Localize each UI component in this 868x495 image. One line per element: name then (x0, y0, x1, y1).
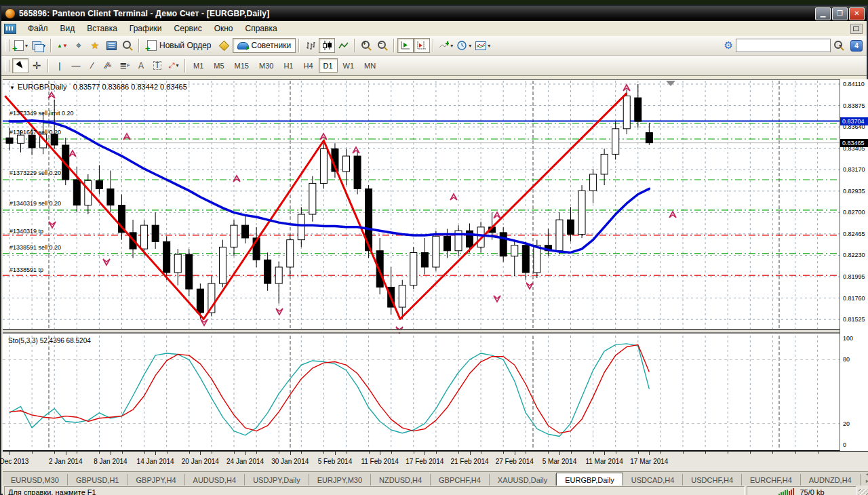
chart-tab-EURCHF,H4[interactable]: EURCHF,H4 (742, 474, 801, 486)
chart-tab-GBPUSD,H1[interactable]: GBPUSD,H1 (68, 474, 128, 486)
notifications-badge[interactable]: 4 (850, 40, 863, 52)
menu-item-Вид[interactable]: Вид (54, 22, 81, 35)
timeframe-D1[interactable]: D1 (319, 58, 338, 73)
timeframe-W1[interactable]: W1 (338, 58, 359, 73)
zoom-out-button[interactable]: − (374, 38, 391, 53)
chart-shift-button[interactable] (414, 38, 430, 53)
timeframe-MN[interactable]: MN (359, 58, 380, 73)
date-axis[interactable]: 26 Dec 20132 Jan 20148 Jan 201414 Jan 20… (3, 451, 868, 472)
new-order-icon (147, 40, 157, 51)
navigator-icon: ★ (91, 40, 100, 51)
date-tick: 17 Feb 2014 (406, 458, 443, 465)
order-label: #1340319 sell 0.20 (9, 200, 61, 207)
stoch-tick: 80 (843, 356, 850, 363)
chart-tab-bar: EURUSD,M30GBPUSD,H1GBPJPY,H4AUDUSD,H4USD… (3, 471, 868, 486)
settings-gear-icon[interactable]: ⚙ (724, 39, 733, 52)
templates-button[interactable]: ▾ (473, 38, 492, 53)
fibonacci-button[interactable]: ≣F (117, 58, 133, 73)
line-studies-toolbar: ✛ | — ∕ ∕∕E ≣F A T ⤢▾ M1M5M15M30H1H4D1W1… (1, 56, 867, 76)
search-input[interactable] (736, 41, 837, 50)
periods-button[interactable]: ▾ (455, 38, 473, 53)
timeframe-M15[interactable]: M15 (230, 58, 254, 73)
date-tick: 26 Dec 2013 (0, 458, 28, 465)
chart-canvas[interactable] (3, 79, 840, 451)
cursor-icon (16, 61, 24, 71)
chart-tab-USDCAD,H4[interactable]: USDCAD,H4 (623, 474, 684, 486)
chart-tab-GBPJPY,H4[interactable]: GBPJPY,H4 (127, 474, 184, 486)
vertical-line-button[interactable]: | (52, 58, 68, 73)
chart-menu-icon[interactable] (4, 24, 16, 34)
chart-tab-USDJPY,Daily[interactable]: USDJPY,Daily (245, 474, 309, 486)
strategy-tester-button[interactable] (119, 38, 136, 53)
status-bar: Для справки, нажмите F1 75/0 kb (3, 486, 868, 495)
timeframe-H4[interactable]: H4 (298, 58, 317, 73)
last-price-chip: 0.83465 (840, 139, 868, 147)
restore-button[interactable]: ❐ (832, 7, 848, 20)
new-chart-button[interactable]: ▾ (12, 38, 30, 53)
price-tick: 0.81760 (843, 295, 865, 302)
minimize-button[interactable]: ▁ (815, 7, 831, 20)
trendline-button[interactable]: ∕ (84, 58, 100, 73)
chart-tab-EURGBP,Daily[interactable]: EURGBP,Daily (556, 473, 623, 486)
timeframe-H1[interactable]: H1 (279, 58, 298, 73)
chart-tab-USDCHF,H4[interactable]: USDCHF,H4 (683, 474, 742, 486)
menu-item-Справка[interactable]: Справка (239, 22, 283, 35)
search-button[interactable] (831, 38, 847, 53)
timeframe-M5[interactable]: M5 (209, 58, 229, 73)
chart-area[interactable]: ▼EURGBP,Daily 0.83577 0.83686 0.83442 0.… (3, 79, 840, 451)
chart-tab-XAUUSD,Daily[interactable]: XAUUSD,Daily (490, 474, 556, 486)
terminal-icon (106, 41, 117, 50)
chart-tab-EURUSD,M30[interactable]: EURUSD,M30 (3, 474, 68, 486)
timeframe-M1[interactable]: M1 (189, 58, 208, 73)
metaeditor-button[interactable] (216, 38, 233, 53)
bar-chart-icon (306, 41, 316, 50)
title-bar: 565896: Panteon Client Terminal - Демо С… (1, 6, 867, 21)
application-window: 565896: Panteon Client Terminal - Демо С… (0, 5, 868, 495)
chart-tab-NZDUSD,H4[interactable]: NZDUSD,H4 (371, 474, 431, 486)
chart-tab-GBPCHF,H4[interactable]: GBPCHF,H4 (431, 474, 490, 486)
collapse-triangle-icon[interactable]: ▼ (9, 85, 15, 91)
timeframe-M30[interactable]: M30 (254, 58, 278, 73)
window-restore-icon[interactable] (850, 24, 863, 34)
indicators-button[interactable]: ▾ (437, 38, 455, 53)
text-label-button[interactable]: T (149, 58, 165, 73)
ask-price-chip: 0.83704 (840, 117, 868, 125)
horizontal-line-button[interactable]: — (68, 58, 84, 73)
chart-tab-EURJPY,M30[interactable]: EURJPY,M30 (309, 474, 371, 486)
line-chart-button[interactable] (335, 38, 351, 53)
navigator-button[interactable]: ★ (87, 38, 103, 53)
candlestick-chart-button[interactable] (319, 38, 335, 53)
advisors-button[interactable]: Советники (233, 38, 296, 53)
menu-item-Окно[interactable]: Окно (208, 22, 239, 35)
indicators-icon (439, 41, 449, 50)
menu-item-Файл[interactable]: Файл (22, 22, 54, 35)
zoom-out-icon: − (378, 41, 386, 49)
data-window-button[interactable]: ⌖ (71, 38, 87, 53)
toolbar-handle[interactable] (5, 39, 9, 52)
date-tick: 14 Jan 2014 (137, 458, 174, 465)
timeframe-group: M1M5M15M30H1H4D1W1MN (189, 58, 380, 73)
terminal-button[interactable] (103, 38, 119, 53)
zoom-in-button[interactable]: + (358, 38, 374, 53)
chart-tab-AUDNZD,H4[interactable]: AUDNZD,H4 (801, 474, 861, 486)
chart-tab-AUDUSD,H4[interactable]: AUDUSD,H4 (185, 474, 245, 486)
resize-grip[interactable] (859, 489, 868, 495)
crosshair-button[interactable]: ✛ (28, 58, 45, 73)
bar-chart-button[interactable] (302, 38, 319, 53)
profiles-button[interactable]: ▾ (30, 38, 47, 53)
equidistant-channel-button[interactable]: ∕∕E (100, 58, 117, 73)
text-button[interactable]: A (133, 58, 149, 73)
menu-item-Вставка[interactable]: Вставка (81, 22, 123, 35)
menu-item-Графики[interactable]: Графики (123, 22, 168, 35)
autoscroll-button[interactable] (397, 38, 414, 53)
arrows-button[interactable]: ⤢▾ (165, 58, 182, 73)
new-order-button[interactable]: Новый Ордер (142, 38, 216, 53)
data-window-icon: ⌖ (76, 39, 81, 52)
cursor-button[interactable] (12, 58, 28, 73)
menu-item-Сервис[interactable]: Сервис (168, 22, 208, 35)
price-axis[interactable]: 0.841100.838750.836400.834050.831700.829… (840, 79, 868, 451)
close-button[interactable]: ✕ (849, 7, 865, 20)
price-tick: 0.83875 (843, 102, 865, 109)
market-watch-button[interactable]: ▲▼ (54, 38, 71, 53)
toolbar-handle[interactable] (5, 60, 9, 72)
